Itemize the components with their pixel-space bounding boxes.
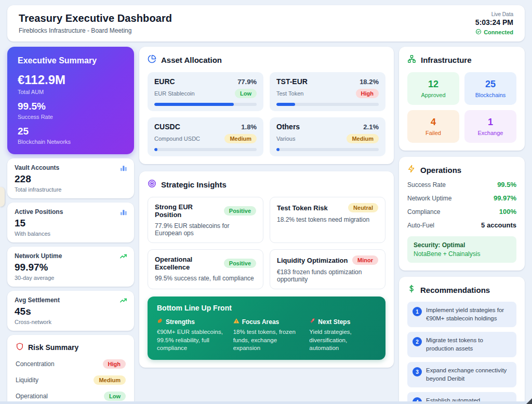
muscle-icon bbox=[157, 318, 163, 326]
insight-card-strong-eur: Strong EUR Position Positive 77.9% EUR s… bbox=[148, 197, 263, 243]
tile-value: 4 bbox=[411, 117, 455, 128]
asset-percent: 18.2% bbox=[360, 78, 379, 86]
infra-tile-approved: 12 Approved bbox=[407, 72, 459, 105]
stat-title: Avg Settlement bbox=[15, 297, 127, 304]
ops-row-success-rate: Success Rate 99.5% bbox=[407, 181, 516, 188]
recommendation-text: Expand exchange connectivity beyond Deri… bbox=[426, 367, 511, 383]
insight-title: Liquidity Optimization bbox=[277, 257, 348, 264]
recommendations-panel: Recommendations 1 Implement yield strate… bbox=[399, 277, 525, 404]
ops-value: 5 accounts bbox=[481, 221, 516, 229]
stat-value: 99.97% bbox=[15, 262, 127, 273]
risk-label: Concentration bbox=[16, 360, 55, 368]
recommendations-title: Recommendations bbox=[420, 286, 490, 294]
bluf-column-heading: Strengths bbox=[166, 318, 195, 326]
allocation-bar-fill bbox=[276, 148, 280, 151]
risk-row-liquidity: Liquidity Medium bbox=[16, 375, 126, 385]
target-icon bbox=[148, 179, 156, 190]
bluf-title: Bottom Line Up Front bbox=[157, 304, 376, 312]
recommendation-number: 3 bbox=[413, 367, 422, 376]
allocation-bar-fill bbox=[154, 148, 157, 151]
bar-chart-icon bbox=[119, 164, 127, 174]
insight-title: Operational Excellence bbox=[155, 255, 221, 271]
stat-value: 45s bbox=[15, 306, 127, 317]
ops-value: 99.97% bbox=[494, 194, 516, 202]
total-aum-value: €112.9M bbox=[18, 73, 124, 87]
connection-status: Connected bbox=[475, 29, 513, 36]
asset-percent: 2.1% bbox=[363, 123, 379, 131]
ops-label: Success Rate bbox=[407, 181, 446, 188]
bluf-column-body: €90M+ EUR stablecoins, 99.5% reliability… bbox=[157, 328, 224, 353]
stat-value: 15 bbox=[15, 218, 127, 229]
insight-description: 18.2% test tokens need migration bbox=[277, 216, 378, 223]
clock: 5:03:24 PM bbox=[475, 18, 513, 26]
risk-summary-panel: Risk Summary Concentration High Liquidit… bbox=[7, 335, 134, 404]
stat-subtitle: With balances bbox=[15, 231, 127, 237]
right-sidebar: Infrastructure 12 Approved 25 Blockchain… bbox=[399, 47, 525, 404]
ops-value: 99.5% bbox=[497, 181, 516, 188]
network-icon bbox=[407, 55, 416, 65]
risk-label: Liquidity bbox=[16, 376, 38, 384]
asset-symbol: TST-EUR bbox=[276, 77, 308, 86]
stat-title: Network Uptime bbox=[15, 252, 127, 260]
bluf-next-steps: Next Steps Yield strategies, diversifica… bbox=[309, 318, 376, 353]
allocation-bar bbox=[154, 103, 257, 106]
stat-subtitle: 30-day average bbox=[15, 275, 127, 281]
rocket-icon bbox=[309, 318, 315, 326]
stat-card-avg-settlement: Avg Settlement 45s Cross-network bbox=[7, 291, 134, 331]
ops-label: Compliance bbox=[407, 208, 440, 216]
live-data-label: Live Data bbox=[475, 11, 513, 17]
stat-value: 228 bbox=[15, 173, 127, 185]
ops-row-network-uptime: Network Uptime 99.97% bbox=[407, 194, 516, 202]
success-rate-label: Success Rate bbox=[18, 114, 124, 120]
asset-description: Compound USDC bbox=[154, 136, 200, 142]
recommendation-number: 1 bbox=[413, 307, 422, 316]
insight-tag-badge: Positive bbox=[224, 259, 256, 268]
insight-card-test-token: Test Token Risk Neutral 18.2% test token… bbox=[270, 197, 385, 243]
infra-tile-blockchains: 25 Blockchains bbox=[464, 72, 516, 105]
stat-card-active-positions: Active Positions 15 With balances bbox=[7, 203, 134, 243]
bluf-strengths: Strengths €90M+ EUR stablecoins, 99.5% r… bbox=[157, 318, 224, 353]
recommendation-text: Migrate test tokens to production assets bbox=[426, 336, 511, 353]
infrastructure-panel: Infrastructure 12 Approved 25 Blockchain… bbox=[399, 47, 525, 151]
asset-card-tst-eur: TST-EUR 18.2% Test Token High bbox=[270, 72, 385, 111]
insight-card-liquidity: Liquidity Optimization Minor €183 frozen… bbox=[270, 249, 385, 289]
recommendation-number: 2 bbox=[413, 337, 422, 346]
allocation-bar bbox=[276, 103, 379, 106]
stat-card-vault-accounts: Vault Accounts 228 Total infrastructure bbox=[7, 158, 134, 198]
bottom-edge-strip bbox=[0, 401, 532, 404]
allocation-bar bbox=[276, 148, 379, 151]
recommendation-item-3: 3 Expand exchange connectivity beyond De… bbox=[407, 362, 516, 387]
trend-up-icon bbox=[119, 297, 127, 306]
allocation-bar bbox=[154, 148, 257, 151]
asset-percent: 77.9% bbox=[237, 78, 257, 86]
asset-card-others: Others 2.1% Various Medium bbox=[270, 117, 385, 156]
tile-label: Approved bbox=[411, 92, 455, 98]
strategic-insights-panel: Strategic Insights Strong EUR Position P… bbox=[139, 171, 394, 368]
security-status-box: Security: Optimal NotaBene + Chainalysis bbox=[407, 236, 516, 263]
insight-tag-badge: Positive bbox=[224, 206, 256, 216]
header-left: Treasury Executive Dashboard Fireblocks … bbox=[19, 12, 172, 34]
recommendation-item-1: 1 Implement yield strategies for €90M+ s… bbox=[407, 302, 516, 327]
resize-corner-handle[interactable] bbox=[526, 398, 532, 404]
ops-row-auto-fuel: Auto-Fuel 5 accounts bbox=[407, 221, 516, 229]
tile-value: 25 bbox=[469, 79, 512, 90]
main-column: Asset Allocation EURC 77.9% EUR Stableco… bbox=[139, 47, 394, 368]
risk-level-badge: Low bbox=[104, 392, 126, 401]
strategic-insights-title: Strategic Insights bbox=[161, 180, 227, 189]
insight-title: Strong EUR Position bbox=[155, 203, 221, 219]
risk-row-concentration: Concentration High bbox=[16, 359, 126, 369]
asset-percent: 1.8% bbox=[241, 123, 257, 131]
risk-row-operational: Operational Low bbox=[16, 392, 126, 401]
asset-allocation-panel: Asset Allocation EURC 77.9% EUR Stableco… bbox=[139, 47, 394, 164]
insight-description: 99.5% success rate, full compliance bbox=[155, 275, 256, 282]
executive-summary-title: Executive Summary bbox=[18, 56, 124, 65]
edge-drag-handle[interactable] bbox=[0, 187, 5, 207]
ops-row-compliance: Compliance 100% bbox=[407, 208, 516, 216]
stat-subtitle: Total infrastructure bbox=[15, 186, 127, 193]
blockchain-networks-value: 25 bbox=[18, 126, 124, 137]
infra-tile-failed: 4 Failed bbox=[407, 110, 459, 143]
asset-risk-badge: Medium bbox=[224, 134, 257, 143]
asset-symbol: CUSDC bbox=[154, 123, 180, 131]
total-aum-label: Total AUM bbox=[18, 89, 124, 95]
insight-tag-badge: Minor bbox=[352, 255, 378, 265]
